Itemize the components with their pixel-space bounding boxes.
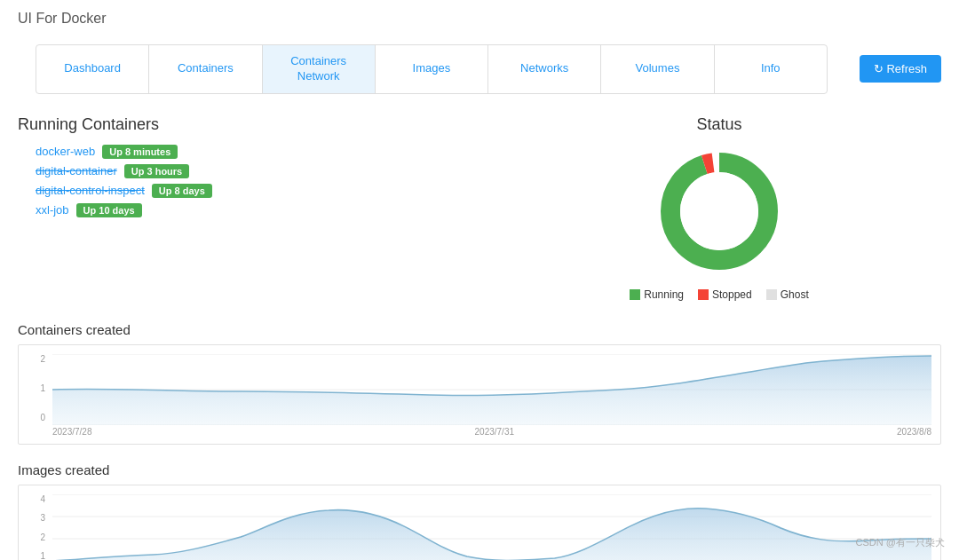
container-name[interactable]: xxl-job	[36, 203, 69, 217]
legend-stopped: Stopped	[698, 288, 752, 301]
containers-chart-wrapper: 2 1 0	[18, 344, 941, 445]
nav-images[interactable]: Images	[376, 45, 488, 93]
images-chart-area: 4 3 2 1 0	[28, 494, 931, 560]
refresh-button[interactable]: ↻ Refresh	[860, 55, 941, 83]
containers-y-axis: 2 1 0	[28, 354, 49, 422]
nav-info[interactable]: Info	[715, 45, 827, 93]
list-item: digital-control-inspect Up 8 days	[36, 184, 462, 198]
nav-containers-network[interactable]: ContainersNetwork	[263, 45, 376, 93]
container-badge: Up 3 hours	[124, 164, 189, 178]
main-content: Running Containers docker-web Up 8 minut…	[0, 101, 959, 560]
nav-dashboard[interactable]: Dashboard	[36, 45, 149, 93]
container-name[interactable]: docker-web	[36, 145, 95, 158]
images-chart-wrapper: 4 3 2 1 0	[18, 485, 941, 560]
running-containers-title: Running Containers	[18, 115, 462, 134]
legend-stopped-label: Stopped	[712, 288, 752, 301]
container-badge: Up 8 minutes	[102, 145, 178, 159]
status-title: Status	[497, 115, 941, 134]
container-badge: Up 8 days	[152, 184, 212, 198]
containers-x-labels: 2023/7/28 2023/7/31 2023/8/8	[52, 425, 931, 444]
legend-ghost: Ghost	[766, 288, 809, 301]
legend-running: Running	[630, 288, 684, 301]
images-y-axis: 4 3 2 1 0	[28, 494, 49, 560]
list-item: digital-container Up 3 hours	[36, 164, 462, 178]
containers-chart-area: 2 1 0	[28, 354, 931, 444]
images-chart-section: Images created 4 3 2 1 0	[18, 462, 941, 560]
status-panel: Status Running Stopped	[497, 115, 941, 301]
containers-chart-inner	[52, 354, 931, 425]
app-title: UI For Docker	[18, 11, 107, 26]
chart-legend: Running Stopped Ghost	[497, 288, 941, 301]
container-badge: Up 10 days	[76, 203, 142, 217]
nav-networks[interactable]: Networks	[488, 45, 601, 93]
containers-chart-section: Containers created 2 1 0	[18, 322, 941, 445]
containers-chart-title: Containers created	[18, 322, 941, 337]
watermark: CSDN @有一只柴犬	[856, 536, 945, 549]
images-chart-title: Images created	[18, 462, 941, 477]
container-list: docker-web Up 8 minutes digital-containe…	[18, 145, 462, 217]
nav-containers[interactable]: Containers	[149, 45, 262, 93]
svg-point-2	[680, 172, 758, 250]
legend-running-label: Running	[644, 288, 684, 301]
donut-chart	[653, 145, 786, 278]
legend-ghost-color	[766, 289, 777, 300]
list-item: docker-web Up 8 minutes	[36, 145, 462, 159]
images-chart-inner	[52, 494, 931, 560]
running-containers-panel: Running Containers docker-web Up 8 minut…	[18, 115, 462, 301]
container-name[interactable]: digital-container	[36, 164, 117, 177]
container-name[interactable]: digital-control-inspect	[36, 184, 145, 197]
top-section: Running Containers docker-web Up 8 minut…	[18, 115, 941, 301]
legend-stopped-color	[698, 289, 709, 300]
legend-running-color	[630, 289, 640, 300]
list-item: xxl-job Up 10 days	[36, 203, 462, 217]
legend-ghost-label: Ghost	[781, 288, 809, 301]
nav-volumes[interactable]: Volumes	[601, 45, 714, 93]
nav-bar: Dashboard Containers ContainersNetwork I…	[36, 44, 828, 94]
